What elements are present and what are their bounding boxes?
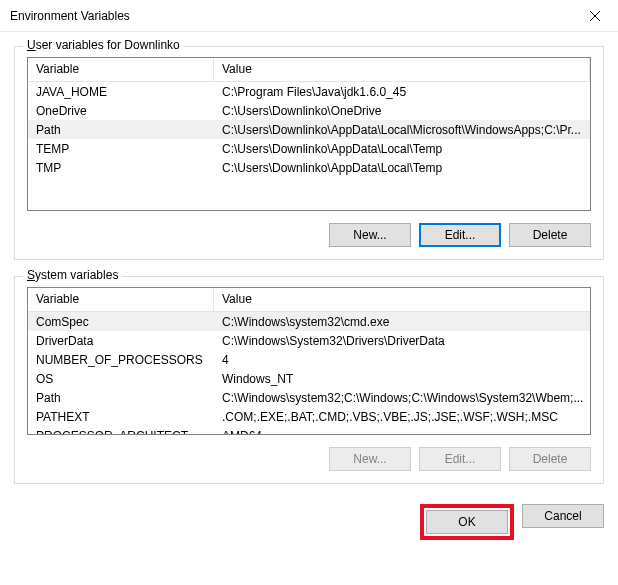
new-system-var-button: New... (329, 447, 411, 471)
table-row[interactable]: PROCESSOR_ARCHITECTURE AMD64 (28, 426, 591, 435)
table-row[interactable]: JAVA_HOME C:\Program Files\Java\jdk1.6.0… (28, 82, 590, 101)
column-header-value[interactable]: Value (214, 58, 590, 81)
table-row[interactable]: PATHEXT .COM;.EXE;.BAT;.CMD;.VBS;.VBE;.J… (28, 407, 591, 426)
close-button[interactable] (572, 0, 618, 32)
table-row[interactable]: ComSpec C:\Windows\system32\cmd.exe (28, 312, 591, 331)
table-header: Variable Value (28, 288, 591, 312)
table-row[interactable]: NUMBER_OF_PROCESSORS 4 (28, 350, 591, 369)
titlebar: Environment Variables (0, 0, 618, 32)
table-row[interactable]: TMP C:\Users\Downlinko\AppData\Local\Tem… (28, 158, 590, 177)
close-icon (590, 11, 600, 21)
system-variables-group: System variables Variable Value ComSpec … (14, 276, 604, 484)
ok-highlight: OK (420, 504, 514, 540)
system-variables-legend: System variables (23, 268, 122, 282)
table-row[interactable]: Path C:\Windows\system32;C:\Windows;C:\W… (28, 388, 591, 407)
edit-user-var-button[interactable]: Edit... (419, 223, 501, 247)
column-header-variable[interactable]: Variable (28, 58, 214, 81)
cancel-button[interactable]: Cancel (522, 504, 604, 528)
user-variables-table[interactable]: Variable Value JAVA_HOME C:\Program File… (27, 57, 591, 211)
column-header-variable[interactable]: Variable (28, 288, 214, 311)
user-variables-legend: User variables for Downlinko (23, 38, 184, 52)
table-row[interactable]: OS Windows_NT (28, 369, 591, 388)
system-variables-table[interactable]: Variable Value ComSpec C:\Windows\system… (27, 287, 591, 435)
new-user-var-button[interactable]: New... (329, 223, 411, 247)
delete-user-var-button[interactable]: Delete (509, 223, 591, 247)
edit-system-var-button: Edit... (419, 447, 501, 471)
ok-button[interactable]: OK (426, 510, 508, 534)
delete-system-var-button: Delete (509, 447, 591, 471)
window-title: Environment Variables (10, 9, 130, 23)
table-header: Variable Value (28, 58, 590, 82)
table-row[interactable]: OneDrive C:\Users\Downlinko\OneDrive (28, 101, 590, 120)
table-row[interactable]: DriverData C:\Windows\System32\Drivers\D… (28, 331, 591, 350)
user-variables-group: User variables for Downlinko Variable Va… (14, 46, 604, 260)
table-row[interactable]: Path C:\Users\Downlinko\AppData\Local\Mi… (28, 120, 590, 139)
table-row[interactable]: TEMP C:\Users\Downlinko\AppData\Local\Te… (28, 139, 590, 158)
column-header-value[interactable]: Value (214, 288, 591, 311)
